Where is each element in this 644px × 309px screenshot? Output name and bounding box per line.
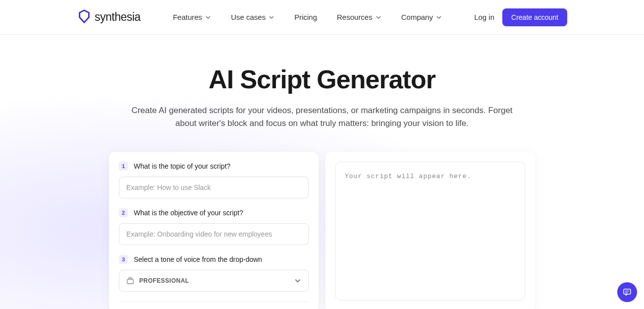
nav-company[interactable]: Company — [401, 13, 442, 21]
header-actions: Log in Create account — [474, 8, 567, 26]
input-panel: 1 What is the topic of your script? 2 Wh… — [109, 152, 319, 309]
topic-input[interactable] — [119, 177, 309, 198]
objective-label: What is the objective of your script? — [134, 209, 243, 217]
output-panel-container: Your script will appear here. — [325, 152, 535, 309]
step-badge-2: 2 — [119, 208, 128, 217]
topic-label: What is the topic of your script? — [134, 162, 230, 170]
form-group-objective: 2 What is the objective of your script? — [119, 208, 309, 245]
tone-selected-value: PROFESSIONAL — [139, 277, 189, 284]
nav-pricing[interactable]: Pricing — [294, 13, 317, 21]
login-link[interactable]: Log in — [474, 13, 494, 21]
briefcase-icon — [126, 277, 134, 285]
nav-resources[interactable]: Resources — [337, 13, 381, 21]
main-nav: Features Use cases Pricing Resources Com… — [173, 13, 442, 21]
chat-bubble-button[interactable] — [617, 282, 637, 302]
chevron-down-icon — [205, 14, 211, 20]
panels-container: 1 What is the topic of your script? 2 Wh… — [109, 152, 535, 309]
tone-label: Select a tone of voice from the drop-dow… — [134, 255, 262, 263]
main-content: AI Script Generator Create AI generated … — [0, 35, 644, 309]
tone-select[interactable]: PROFESSIONAL — [119, 270, 309, 292]
page-title: AI Script Generator — [0, 64, 644, 94]
logo-icon — [77, 9, 92, 26]
chevron-down-icon — [376, 14, 381, 20]
step-badge-1: 1 — [119, 162, 128, 171]
output-placeholder: Your script will appear here. — [345, 173, 471, 180]
nav-usecases[interactable]: Use cases — [231, 13, 274, 21]
output-panel: Your script will appear here. — [335, 162, 525, 301]
svg-rect-0 — [127, 279, 133, 284]
chevron-down-icon — [436, 14, 442, 20]
create-account-button[interactable]: Create account — [502, 8, 567, 26]
form-divider — [119, 302, 309, 302]
chevron-down-icon — [268, 14, 274, 20]
form-group-topic: 1 What is the topic of your script? — [119, 162, 309, 198]
chat-icon — [623, 288, 632, 297]
objective-input[interactable] — [119, 223, 309, 245]
page-subtitle: Create AI generated scripts for your vid… — [129, 104, 515, 129]
form-group-tone: 3 Select a tone of voice from the drop-d… — [119, 255, 309, 292]
svg-rect-1 — [624, 289, 631, 294]
step-badge-3: 3 — [119, 255, 128, 264]
logo-text: synthesia — [95, 10, 141, 24]
chevron-down-icon — [294, 277, 301, 284]
header: synthesia Features Use cases Pricing Res… — [0, 0, 644, 35]
logo[interactable]: synthesia — [77, 9, 141, 26]
nav-features[interactable]: Features — [173, 13, 211, 21]
